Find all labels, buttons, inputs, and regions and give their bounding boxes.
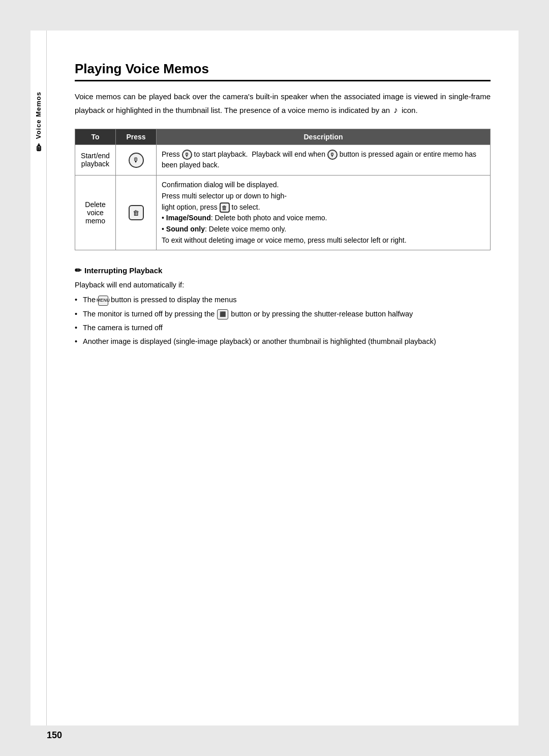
- interrupting-intro: Playback will end automatically if:: [75, 279, 491, 291]
- voice-memo-table: To Press Description Start/endplayback 🎙…: [75, 129, 491, 251]
- table-cell-desc-2: Confirmation dialog will be displayed. P…: [157, 176, 491, 250]
- trash-button-icon: 🗑: [129, 205, 144, 220]
- mic-button-icon: 🎙: [129, 153, 144, 168]
- table-cell-desc-1: Press 🎙 to start playback. Playback will…: [157, 144, 491, 175]
- table-header-description: Description: [157, 129, 491, 144]
- pencil-icon: ✏: [75, 266, 81, 275]
- interrupting-title: ✏ Interrupting Playback: [75, 266, 491, 275]
- interrupting-section: ✏ Interrupting Playback Playback will en…: [75, 266, 491, 347]
- menu-button-inline-icon: MENU: [98, 296, 108, 306]
- sidebar-label: 🎙 Voice Memos: [34, 92, 43, 153]
- interrupting-bullets: The MENU button is pressed to display th…: [75, 294, 491, 347]
- list-item: The MENU button is pressed to display th…: [75, 294, 491, 306]
- list-item: Another image is displayed (single-image…: [75, 336, 491, 347]
- table-header-to: To: [75, 129, 116, 144]
- page-number: 150: [47, 730, 62, 741]
- table-cell-press-2: 🗑: [116, 176, 157, 250]
- monitor-button-inline-icon: ⬛: [217, 309, 228, 319]
- table-header-press: Press: [116, 129, 157, 144]
- intro-paragraph: Voice memos can be played back over the …: [75, 91, 491, 118]
- sound-only-label: Sound only: [166, 225, 205, 233]
- table-cell-to-1: Start/endplayback: [75, 144, 116, 175]
- music-note-icon: ♪: [393, 105, 398, 115]
- image-sound-label: Image/Sound: [166, 214, 211, 222]
- table-row: Start/endplayback 🎙 Press 🎙 to start pla…: [75, 144, 491, 175]
- table-cell-press-1: 🎙: [116, 144, 157, 175]
- list-item: The monitor is turned off by pressing th…: [75, 308, 491, 320]
- sidebar-tab: 🎙 Voice Memos: [30, 31, 47, 725]
- mic-icon-sidebar: 🎙: [34, 142, 43, 153]
- mic-inline-icon: 🎙: [182, 150, 192, 160]
- trash-inline-icon: 🗑: [220, 202, 230, 213]
- mic-inline-icon-2: 🎙: [327, 150, 338, 160]
- page-title: Playing Voice Memos: [75, 61, 491, 81]
- table-cell-to-2: Deletevoicememo: [75, 176, 116, 250]
- table-row: Deletevoicememo 🗑 Confirmation dialog wi…: [75, 176, 491, 250]
- content-area: Playing Voice Memos Voice memos can be p…: [47, 31, 518, 725]
- list-item: The camera is turned off: [75, 322, 491, 334]
